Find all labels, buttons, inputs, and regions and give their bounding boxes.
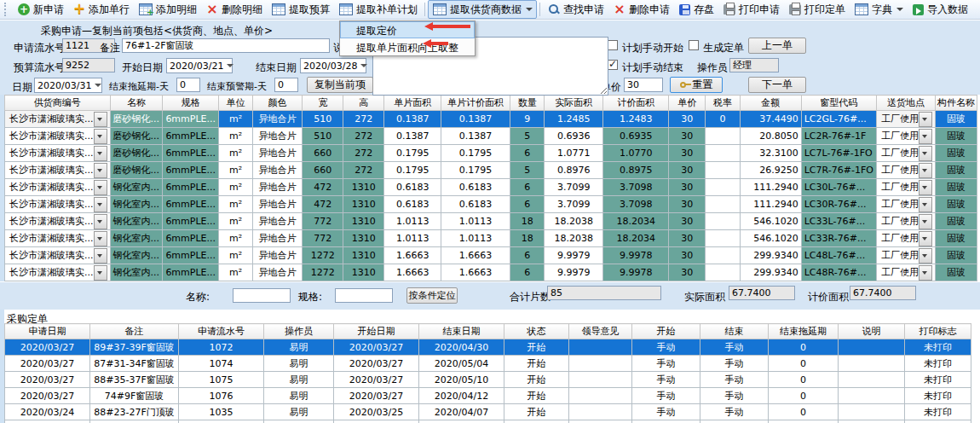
column-header[interactable]: 申请日期 <box>5 324 90 339</box>
toolbar-item-print-order[interactable]: 打印定单 <box>784 1 850 19</box>
column-header[interactable]: 颜色 <box>253 96 303 111</box>
table-row[interactable] <box>5 420 971 423</box>
column-header[interactable]: 高 <box>343 96 384 111</box>
toolbar-item-dictionary[interactable]: 字典 <box>850 0 908 19</box>
plan-manual-end-checkbox[interactable] <box>608 60 618 70</box>
column-header[interactable]: 说明 <box>839 324 905 339</box>
table-row[interactable]: 2020/03/2789#37-39F窗固玻1072易明2020/03/2720… <box>5 339 971 356</box>
date-select[interactable]: 2020/03/31 <box>34 78 102 93</box>
end-date-select[interactable]: 2020/03/28 <box>300 58 366 73</box>
combo-arrow-icon[interactable] <box>94 214 107 229</box>
toolbar-item-add-single-row[interactable]: 添加单行 <box>68 1 134 19</box>
copy-current-button[interactable]: 复制当前项 <box>307 77 373 93</box>
spec-filter-input[interactable] <box>335 288 393 303</box>
combo-arrow-icon[interactable] <box>94 197 107 212</box>
remark-input[interactable] <box>122 38 330 53</box>
table-row[interactable]: 2020/03/2787#31-34F窗固玻1074易明2020/03/2720… <box>5 356 971 372</box>
end-delay-input[interactable] <box>176 78 200 92</box>
column-header[interactable]: 金额 <box>740 96 801 111</box>
combo-arrow-icon[interactable] <box>94 248 107 264</box>
table-row[interactable]: 长沙市潇湘玻璃实...钢化室内...6mmPLE...m²异地合片1272131… <box>5 247 977 264</box>
table-row[interactable]: 长沙市潇湘玻璃实...磨砂钢化...6mmPLE...m²异地合片5102720… <box>5 128 977 145</box>
next-order-button[interactable]: 下一单 <box>748 77 806 93</box>
toolbar-item-search-application[interactable]: 查找申请 <box>543 1 608 19</box>
toolbar-item-extract-budget[interactable]: 提取预算 <box>267 0 334 19</box>
table-row[interactable]: 2020/03/2774#9F窗固玻1076易明2020/03/272020/0… <box>5 388 971 404</box>
end-warning-input[interactable] <box>274 78 298 92</box>
toolbar-item-extract-supplier-data[interactable]: 提取供货商数据 <box>428 0 537 19</box>
combo-arrow-icon[interactable] <box>94 163 107 178</box>
toolbar-item-add-detail[interactable]: 添加明细 <box>134 0 201 19</box>
column-header[interactable]: 窗型代码 <box>801 96 876 111</box>
start-date-select[interactable]: 2020/03/21 <box>166 58 233 73</box>
column-header[interactable]: 开始 <box>632 324 700 339</box>
table-row[interactable]: 长沙市潇湘玻璃实...钢化室内...6mmPLE...m²异地合片1272131… <box>5 264 977 281</box>
table-row[interactable]: 2020/03/2488#23-27F门顶玻1035易明2020/03/2520… <box>5 404 971 420</box>
table-row[interactable]: 长沙市潇湘玻璃实...磨砂钢化...6mmPLE...m²异地合片6602720… <box>5 145 977 162</box>
column-header[interactable]: 供货商编号 <box>5 96 111 111</box>
combo-arrow-icon[interactable] <box>919 248 932 264</box>
column-header[interactable]: 状态 <box>504 324 569 339</box>
plan-manual-start-checkbox[interactable] <box>608 40 618 50</box>
table-row[interactable]: 长沙市潇湘玻璃实...磨砂钢化...6mmPLE...m²异地合片5102720… <box>5 111 977 128</box>
combo-arrow-icon[interactable] <box>919 112 932 127</box>
column-header[interactable]: 宽 <box>303 96 343 111</box>
column-header[interactable]: 操作员 <box>264 324 334 339</box>
table-row[interactable]: 长沙市潇湘玻璃实...钢化室内...6mmPLE...m²异地合片4721310… <box>5 179 977 196</box>
toolbar-item-extract-supplement-plan[interactable]: 提取补单计划 <box>334 0 422 19</box>
column-header[interactable]: 送货地点 <box>876 96 935 111</box>
toolbar-item-delete-application[interactable]: 删除申请 <box>608 1 674 19</box>
combo-arrow-icon[interactable] <box>919 163 932 178</box>
table-row[interactable]: 长沙市潇湘玻璃实...钢化室内...6mmPLE...m²异地合片7721310… <box>5 230 977 247</box>
combo-arrow-icon[interactable] <box>919 231 932 246</box>
combo-arrow-icon[interactable] <box>94 146 107 161</box>
column-header[interactable]: 数量 <box>510 96 545 111</box>
table-row[interactable]: 长沙市潇湘玻璃实...磨砂钢化...6mmPLE...m²异地合片6602720… <box>5 162 977 179</box>
column-header[interactable]: 名称 <box>110 96 163 111</box>
combo-arrow-icon[interactable] <box>919 214 932 229</box>
reset-button[interactable]: 重置 <box>670 77 723 93</box>
toolbar-item-new-application[interactable]: 新申请 <box>13 1 68 19</box>
combo-arrow-icon[interactable] <box>94 180 107 195</box>
column-header[interactable]: 构件名称 <box>935 96 977 111</box>
combo-arrow-icon[interactable] <box>94 231 107 246</box>
column-header[interactable]: 申请流水号 <box>179 324 264 339</box>
prev-order-button[interactable]: 上一单 <box>748 38 806 54</box>
chevron-down-icon[interactable] <box>896 8 903 11</box>
unit-price-input[interactable] <box>624 78 663 92</box>
combo-arrow-icon[interactable] <box>919 180 932 195</box>
menu-item-extract-piece-area-round-up[interactable]: 提取单片面积向上取整 <box>340 38 475 55</box>
combo-arrow-icon[interactable] <box>919 197 932 212</box>
generate-order-checkbox[interactable] <box>689 40 699 50</box>
combo-arrow-icon[interactable] <box>919 265 932 281</box>
column-header[interactable]: 备注 <box>90 324 179 339</box>
locate-by-condition-button[interactable]: 按条件定位 <box>406 287 458 304</box>
column-header[interactable]: 打印标志 <box>905 324 971 339</box>
chevron-down-icon[interactable] <box>526 8 533 11</box>
toolbar-item-import-data[interactable]: 导入数据 <box>908 1 972 19</box>
combo-arrow-icon[interactable] <box>94 265 107 281</box>
budget-serial-input[interactable] <box>62 58 115 72</box>
combo-arrow-icon[interactable] <box>919 129 932 144</box>
table-row[interactable]: 2020/03/2788#35-37F窗固玻1075易明2020/03/2720… <box>5 372 971 388</box>
toolbar-item-print-application[interactable]: 打印申请 <box>718 1 784 19</box>
toolbar-item-save[interactable]: 存盘 <box>674 1 718 19</box>
column-header[interactable]: 结束日期 <box>419 324 504 339</box>
combo-arrow-icon[interactable] <box>919 146 932 161</box>
table-row[interactable]: 长沙市潇湘玻璃实...钢化室内...6mmPLE...m²异地合片4721310… <box>5 196 977 213</box>
column-header[interactable]: 结束 <box>700 324 769 339</box>
column-header[interactable]: 规格 <box>163 96 219 111</box>
toolbar-item-delete-detail[interactable]: 删除明细 <box>201 1 267 19</box>
table-row[interactable]: 长沙市潇湘玻璃实...钢化室内...6mmPLE...m²异地合片7721310… <box>5 213 977 230</box>
column-header[interactable]: 单价 <box>669 96 706 111</box>
column-header[interactable]: 计价面积 <box>603 96 669 111</box>
column-header[interactable]: 单片面积 <box>384 96 441 111</box>
column-header[interactable]: 税率 <box>706 96 740 111</box>
column-header[interactable]: 单片计价面积 <box>441 96 510 111</box>
column-header[interactable]: 开始日期 <box>334 324 419 339</box>
name-filter-input[interactable] <box>233 288 291 303</box>
combo-arrow-icon[interactable] <box>94 129 107 144</box>
combo-arrow-icon[interactable] <box>94 112 107 127</box>
operator-input[interactable] <box>729 58 779 72</box>
column-header[interactable]: 结束拖延期 <box>769 324 839 339</box>
